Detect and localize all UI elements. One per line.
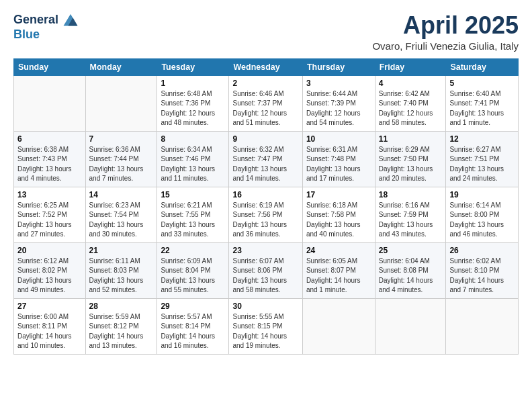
month-title: April 2025 <box>372 12 519 39</box>
day-info: Sunrise: 5:59 AM Sunset: 8:12 PM Dayligh… <box>89 312 154 351</box>
calendar-cell: 15Sunrise: 6:21 AM Sunset: 7:55 PM Dayli… <box>157 187 229 242</box>
day-number: 5 <box>449 79 515 88</box>
day-number: 14 <box>89 190 154 199</box>
day-info: Sunrise: 6:38 AM Sunset: 7:43 PM Dayligh… <box>17 145 82 184</box>
day-number: 1 <box>161 79 225 88</box>
calendar-header-thursday: Thursday <box>302 58 375 75</box>
calendar-cell: 18Sunrise: 6:16 AM Sunset: 7:59 PM Dayli… <box>375 187 446 242</box>
calendar-cell <box>302 298 375 354</box>
calendar-cell: 28Sunrise: 5:59 AM Sunset: 8:12 PM Dayli… <box>85 298 157 354</box>
calendar-cell: 6Sunrise: 6:38 AM Sunset: 7:43 PM Daylig… <box>14 131 86 187</box>
calendar-cell: 25Sunrise: 6:04 AM Sunset: 8:08 PM Dayli… <box>375 242 446 298</box>
day-number: 2 <box>232 79 298 88</box>
title-block: April 2025 Ovaro, Friuli Venezia Giulia,… <box>372 12 519 52</box>
calendar-week-2: 6Sunrise: 6:38 AM Sunset: 7:43 PM Daylig… <box>14 131 519 187</box>
day-number: 29 <box>161 302 225 311</box>
calendar-cell: 16Sunrise: 6:19 AM Sunset: 7:56 PM Dayli… <box>229 187 302 242</box>
day-number: 26 <box>449 246 515 255</box>
day-info: Sunrise: 6:27 AM Sunset: 7:51 PM Dayligh… <box>449 145 515 184</box>
day-number: 18 <box>379 190 443 199</box>
day-info: Sunrise: 6:09 AM Sunset: 8:04 PM Dayligh… <box>161 257 225 295</box>
calendar-cell: 10Sunrise: 6:31 AM Sunset: 7:48 PM Dayli… <box>302 131 375 187</box>
day-info: Sunrise: 6:46 AM Sunset: 7:37 PM Dayligh… <box>232 89 298 128</box>
day-info: Sunrise: 6:18 AM Sunset: 7:58 PM Dayligh… <box>306 201 371 240</box>
day-number: 25 <box>379 246 443 255</box>
day-info: Sunrise: 6:36 AM Sunset: 7:44 PM Dayligh… <box>89 145 154 184</box>
calendar-cell: 23Sunrise: 6:07 AM Sunset: 8:06 PM Dayli… <box>229 242 302 298</box>
calendar-week-4: 20Sunrise: 6:12 AM Sunset: 8:02 PM Dayli… <box>14 242 519 298</box>
day-info: Sunrise: 6:02 AM Sunset: 8:10 PM Dayligh… <box>449 257 515 295</box>
calendar-cell: 4Sunrise: 6:42 AM Sunset: 7:40 PM Daylig… <box>375 75 446 131</box>
day-number: 4 <box>379 79 443 88</box>
calendar-week-1: 1Sunrise: 6:48 AM Sunset: 7:36 PM Daylig… <box>14 75 519 131</box>
calendar-cell: 14Sunrise: 6:23 AM Sunset: 7:54 PM Dayli… <box>85 187 157 242</box>
day-number: 20 <box>17 246 82 255</box>
day-number: 12 <box>449 134 515 144</box>
calendar-cell: 24Sunrise: 6:05 AM Sunset: 8:07 PM Dayli… <box>302 242 375 298</box>
calendar-week-5: 27Sunrise: 6:00 AM Sunset: 8:11 PM Dayli… <box>14 298 519 354</box>
day-info: Sunrise: 6:00 AM Sunset: 8:11 PM Dayligh… <box>17 312 82 351</box>
day-number: 30 <box>232 302 298 311</box>
calendar-cell: 13Sunrise: 6:25 AM Sunset: 7:52 PM Dayli… <box>14 187 86 242</box>
calendar-cell: 3Sunrise: 6:44 AM Sunset: 7:39 PM Daylig… <box>302 75 375 131</box>
calendar-cell: 27Sunrise: 6:00 AM Sunset: 8:11 PM Dayli… <box>14 298 86 354</box>
day-info: Sunrise: 6:29 AM Sunset: 7:50 PM Dayligh… <box>379 145 443 184</box>
day-info: Sunrise: 5:57 AM Sunset: 8:14 PM Dayligh… <box>161 312 225 351</box>
calendar-header-wednesday: Wednesday <box>229 58 302 75</box>
calendar-cell <box>446 298 519 354</box>
day-number: 3 <box>306 79 371 88</box>
calendar-header-sunday: Sunday <box>14 58 86 75</box>
logo-icon <box>61 9 80 28</box>
day-info: Sunrise: 6:42 AM Sunset: 7:40 PM Dayligh… <box>379 89 443 128</box>
day-number: 15 <box>161 190 225 199</box>
day-number: 13 <box>17 190 82 199</box>
day-number: 11 <box>379 134 443 144</box>
day-info: Sunrise: 6:40 AM Sunset: 7:41 PM Dayligh… <box>449 89 515 128</box>
day-info: Sunrise: 6:14 AM Sunset: 8:00 PM Dayligh… <box>449 201 515 240</box>
day-info: Sunrise: 6:05 AM Sunset: 8:07 PM Dayligh… <box>306 257 371 295</box>
day-number: 21 <box>89 246 154 255</box>
logo-blue: Blue <box>13 28 80 40</box>
calendar-cell: 22Sunrise: 6:09 AM Sunset: 8:04 PM Dayli… <box>157 242 229 298</box>
logo-text: General <box>13 13 58 27</box>
day-info: Sunrise: 6:44 AM Sunset: 7:39 PM Dayligh… <box>306 89 371 128</box>
day-info: Sunrise: 6:12 AM Sunset: 8:02 PM Dayligh… <box>17 257 82 295</box>
calendar-cell <box>14 75 86 131</box>
calendar-header-tuesday: Tuesday <box>157 58 229 75</box>
day-number: 24 <box>306 246 371 255</box>
day-number: 7 <box>89 134 154 144</box>
logo: General Blue <box>13 12 80 40</box>
day-info: Sunrise: 6:23 AM Sunset: 7:54 PM Dayligh… <box>89 201 154 240</box>
day-info: Sunrise: 6:34 AM Sunset: 7:46 PM Dayligh… <box>161 145 225 184</box>
day-info: Sunrise: 6:19 AM Sunset: 7:56 PM Dayligh… <box>232 201 298 240</box>
day-number: 19 <box>449 190 515 199</box>
location-title: Ovaro, Friuli Venezia Giulia, Italy <box>372 40 519 52</box>
day-info: Sunrise: 6:25 AM Sunset: 7:52 PM Dayligh… <box>17 201 82 240</box>
day-info: Sunrise: 5:55 AM Sunset: 8:15 PM Dayligh… <box>232 312 298 351</box>
calendar-header-monday: Monday <box>85 58 157 75</box>
day-number: 28 <box>89 302 154 311</box>
day-number: 22 <box>161 246 225 255</box>
calendar-header-saturday: Saturday <box>446 58 519 75</box>
calendar-week-3: 13Sunrise: 6:25 AM Sunset: 7:52 PM Dayli… <box>14 187 519 242</box>
calendar-cell: 21Sunrise: 6:11 AM Sunset: 8:03 PM Dayli… <box>85 242 157 298</box>
day-info: Sunrise: 6:04 AM Sunset: 8:08 PM Dayligh… <box>379 257 443 295</box>
calendar-header-friday: Friday <box>375 58 446 75</box>
calendar-cell: 11Sunrise: 6:29 AM Sunset: 7:50 PM Dayli… <box>375 131 446 187</box>
calendar-cell: 8Sunrise: 6:34 AM Sunset: 7:46 PM Daylig… <box>157 131 229 187</box>
day-info: Sunrise: 6:31 AM Sunset: 7:48 PM Dayligh… <box>306 145 371 184</box>
day-number: 23 <box>232 246 298 255</box>
day-info: Sunrise: 6:07 AM Sunset: 8:06 PM Dayligh… <box>232 257 298 295</box>
calendar-header-row: SundayMondayTuesdayWednesdayThursdayFrid… <box>14 58 519 75</box>
day-number: 16 <box>232 190 298 199</box>
day-info: Sunrise: 6:11 AM Sunset: 8:03 PM Dayligh… <box>89 257 154 295</box>
day-info: Sunrise: 6:21 AM Sunset: 7:55 PM Dayligh… <box>161 201 225 240</box>
calendar-cell <box>375 298 446 354</box>
calendar-cell: 2Sunrise: 6:46 AM Sunset: 7:37 PM Daylig… <box>229 75 302 131</box>
day-number: 6 <box>17 134 82 144</box>
day-info: Sunrise: 6:16 AM Sunset: 7:59 PM Dayligh… <box>379 201 443 240</box>
calendar-cell: 1Sunrise: 6:48 AM Sunset: 7:36 PM Daylig… <box>157 75 229 131</box>
day-number: 27 <box>17 302 82 311</box>
calendar-cell: 20Sunrise: 6:12 AM Sunset: 8:02 PM Dayli… <box>14 242 86 298</box>
day-number: 9 <box>232 134 298 144</box>
